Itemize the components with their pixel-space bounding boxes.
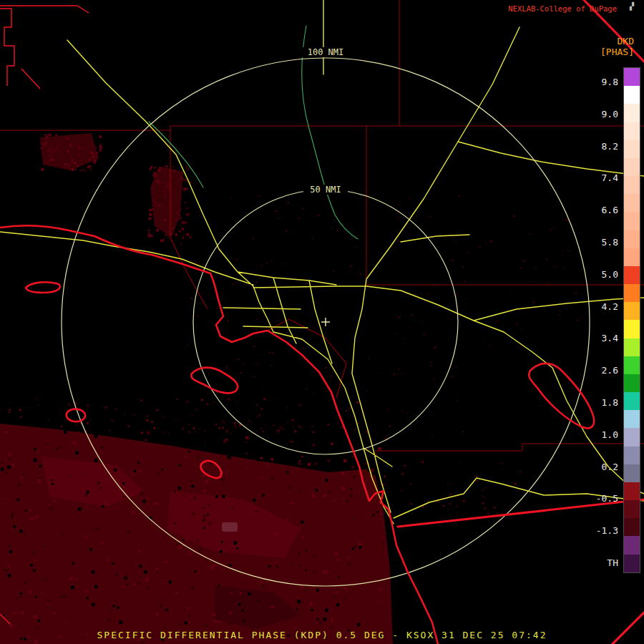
echo-speckle-dot xyxy=(253,499,255,502)
echo-speckle-dot xyxy=(487,513,489,514)
scale-segment xyxy=(624,284,640,302)
echo-speckle-dot xyxy=(343,597,346,600)
echo-speckle-dot xyxy=(95,565,97,567)
echo-speckle-dot xyxy=(11,627,13,628)
echo-speckle-dot xyxy=(394,374,395,375)
echo-speckle-dot xyxy=(71,585,74,589)
echo-speckle-dot xyxy=(296,608,298,610)
echo-speckle-dot xyxy=(124,585,126,587)
echo-speckle-dot xyxy=(122,496,125,498)
echo-speckle-dot xyxy=(152,200,155,203)
echo-speckle-dot xyxy=(180,218,181,219)
echo-speckle-dot xyxy=(271,365,272,366)
echo-speckle-dot xyxy=(294,627,296,629)
echo-speckle-dot xyxy=(494,507,496,509)
scale-segment xyxy=(624,392,640,410)
echo-speckle-dot xyxy=(150,235,153,238)
echo-speckle-dot xyxy=(291,563,293,565)
echo-speckle-dot xyxy=(261,265,263,267)
echo-speckle-dot xyxy=(177,210,179,212)
echo-speckle-dot xyxy=(87,422,89,424)
echo-speckle-dot xyxy=(37,479,41,482)
echo-speckle-dot xyxy=(148,235,151,238)
outer-ring-label: 100 NMI xyxy=(308,47,344,57)
echo-speckle-dot xyxy=(162,416,163,417)
echo-speckle-dot xyxy=(350,541,351,542)
echo-speckle-dot xyxy=(334,469,337,472)
echo-speckle-dot xyxy=(277,320,278,321)
echo-speckle-dot xyxy=(173,170,175,172)
echo-speckle-dot xyxy=(454,485,454,486)
echo-speckle-dot xyxy=(350,265,351,267)
scale-segment xyxy=(624,140,640,158)
echo-speckle-dot xyxy=(61,154,62,155)
echo-speckle-dot xyxy=(520,268,522,269)
echo-speckle-dot xyxy=(476,475,478,477)
echo-speckle-dot xyxy=(77,407,78,408)
echo-speckle-dot xyxy=(197,457,200,459)
echo-speckle-dot xyxy=(87,404,89,406)
scale-label: 2.6 xyxy=(602,365,618,376)
echo-speckle-dot xyxy=(185,180,187,182)
echo-speckle-dot xyxy=(303,208,304,210)
echo-speckle-dot xyxy=(273,425,275,426)
echo-speckle-dot xyxy=(9,545,10,547)
echo-speckle-dot xyxy=(452,260,453,261)
echo-speckle-dot xyxy=(338,423,339,424)
echo-speckle-dot xyxy=(318,215,319,216)
echo-speckle-dot xyxy=(316,589,319,592)
echo-speckle-dot xyxy=(297,600,301,603)
echo-speckle-dot xyxy=(119,620,123,624)
scale-label: 5.0 xyxy=(602,269,618,280)
echo-speckle-dot xyxy=(87,504,88,506)
echo-speckle-dot xyxy=(22,474,24,476)
echo-speckle-dot xyxy=(282,216,283,217)
echo-speckle-dot xyxy=(260,582,263,584)
echo-speckle-dot xyxy=(266,425,267,426)
echo-speckle-dot xyxy=(182,428,185,430)
echo-speckle-dot xyxy=(275,562,278,564)
echo-speckle-dot xyxy=(396,314,397,315)
echo-speckle-dot xyxy=(355,546,356,547)
echo-speckle-dot xyxy=(301,520,303,523)
echo-speckle-dot xyxy=(316,301,317,302)
echo-speckle-dot xyxy=(7,465,11,469)
echo-speckle-dot xyxy=(203,489,206,492)
echo-speckle-dot xyxy=(349,272,350,273)
echo-speckle-dot xyxy=(53,157,54,159)
echo-speckle-dot xyxy=(50,160,52,161)
echo-speckle-dot xyxy=(11,516,13,518)
echo-speckle-dot xyxy=(323,618,327,621)
echo-speckle-dot xyxy=(331,619,333,622)
echo-speckle-dot xyxy=(514,482,517,484)
echo-speckle-dot xyxy=(257,318,258,320)
echo-speckle-dot xyxy=(44,143,46,146)
echo-speckle-dot xyxy=(333,270,334,272)
echo-speckle-dot xyxy=(210,567,213,570)
scale-segment xyxy=(624,158,640,176)
echo-speckle-dot xyxy=(346,500,348,502)
echo-speckle-dot xyxy=(237,282,238,283)
echo-speckle-dot xyxy=(1,467,4,471)
echo-speckle-dot xyxy=(236,402,237,403)
echo-speckle-dot xyxy=(205,480,209,484)
echo-speckle-dot xyxy=(191,586,194,589)
echo-speckle-dot xyxy=(453,376,454,377)
echo-speckle-dot xyxy=(78,399,79,399)
echo-speckle-dot xyxy=(313,570,316,573)
echo-speckle-dot xyxy=(431,365,432,366)
inner-ring-label: 50 NMI xyxy=(310,185,341,195)
echo-speckle-dot xyxy=(278,218,279,219)
echo-speckle-dot xyxy=(9,411,10,413)
echo-speckle-dot xyxy=(97,482,100,484)
echo-speckle-dot xyxy=(69,135,72,137)
echo-speckle-dot xyxy=(164,219,166,221)
echo-speckle-dot xyxy=(67,150,69,151)
scale-segment xyxy=(624,302,640,320)
echo-speckle-dot xyxy=(575,293,577,294)
scale-label: 8.2 xyxy=(602,141,618,152)
echo-speckle-dot xyxy=(159,205,161,207)
echo-speckle-dot xyxy=(132,511,135,514)
echo-speckle-dot xyxy=(116,600,117,602)
radar-site-marker xyxy=(321,318,330,326)
